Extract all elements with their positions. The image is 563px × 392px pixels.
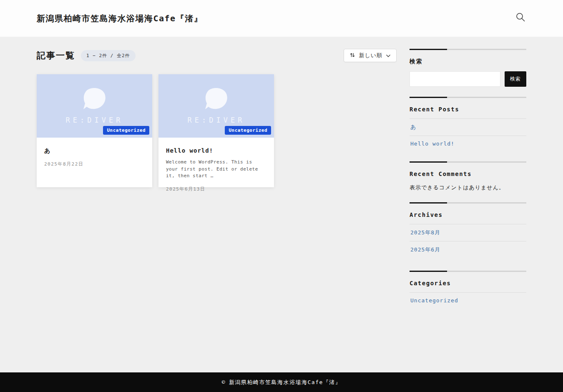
- sidebar: 検索 検索 Recent Posts あ Hello world! Recent: [410, 49, 526, 318]
- widget-divider: [410, 97, 526, 98]
- widget-recent-comments-title: Recent Comments: [410, 171, 526, 177]
- post-card-body: あ 2025年8月22日: [37, 138, 152, 187]
- widget-categories: Categories Uncategorized: [410, 271, 526, 308]
- widget-divider: [410, 49, 526, 50]
- recent-post-link[interactable]: あ: [410, 119, 526, 136]
- search-form: 検索: [410, 71, 526, 87]
- site-footer: © 新潟県柏崎市笠島海水浴場海Cafe『渚』: [0, 372, 563, 392]
- magnifier-icon: [515, 12, 526, 25]
- post-card[interactable]: RE:DIVER Uncategorized Hello world! Welc…: [158, 74, 274, 187]
- site-title[interactable]: 新潟県柏崎市笠島海水浴場海Cafe『渚』: [37, 13, 203, 24]
- post-thumbnail: RE:DIVER Uncategorized: [158, 74, 274, 138]
- archive-link[interactable]: 2025年6月: [410, 241, 526, 258]
- widget-categories-title: Categories: [410, 280, 526, 286]
- post-title: あ: [44, 147, 50, 155]
- post-list-section: 記事一覧 1 − 2件 / 全2件 新しい順: [37, 49, 397, 187]
- list-item: Hello world!: [410, 136, 526, 151]
- post-date: 2025年8月22日: [44, 161, 83, 167]
- widget-archives-title: Archives: [410, 211, 526, 218]
- thumbnail-placeholder-text: RE:DIVER: [66, 116, 123, 124]
- post-card-body: Hello world! Welcome to WordPress. This …: [158, 138, 274, 199]
- post-date: 2025年6月13日: [166, 186, 205, 192]
- list-item: あ: [410, 118, 526, 136]
- result-count-badge: 1 − 2件 / 全2件: [81, 50, 136, 61]
- footer-copyright-text: 新潟県柏崎市笠島海水浴場海Cafe『渚』: [229, 379, 341, 386]
- recent-posts-list: あ Hello world!: [410, 118, 526, 151]
- category-link[interactable]: Uncategorized: [410, 293, 526, 308]
- post-thumbnail: RE:DIVER Uncategorized: [37, 74, 152, 138]
- page-title: 記事一覧: [37, 50, 75, 61]
- sort-arrows-icon: [349, 52, 355, 59]
- widget-divider: [410, 202, 526, 204]
- post-title: Hello world!: [166, 147, 213, 154]
- widget-search-title: 検索: [410, 58, 526, 65]
- list-header: 記事一覧 1 − 2件 / 全2件 新しい順: [37, 49, 397, 62]
- search-submit-button[interactable]: 検索: [505, 71, 526, 87]
- post-card[interactable]: RE:DIVER Uncategorized あ 2025年8月22日: [37, 74, 152, 187]
- widget-archives: Archives 2025年8月 2025年6月: [410, 202, 526, 258]
- sort-order-label: 新しい順: [359, 52, 382, 59]
- widget-recent-posts: Recent Posts あ Hello world!: [410, 97, 526, 151]
- categories-list: Uncategorized: [410, 292, 526, 308]
- sort-order-dropdown[interactable]: 新しい順: [344, 49, 397, 62]
- widget-recent-posts-title: Recent Posts: [410, 106, 526, 113]
- header-search-button[interactable]: [515, 12, 526, 25]
- archives-list: 2025年8月 2025年6月: [410, 224, 526, 258]
- thumbnail-placeholder-text: RE:DIVER: [188, 116, 245, 124]
- site-header: 新潟県柏崎市笠島海水浴場海Cafe『渚』: [0, 0, 563, 37]
- widget-divider: [410, 271, 526, 272]
- widget-recent-comments: Recent Comments 表示できるコメントはありません。: [410, 161, 526, 191]
- post-card-grid: RE:DIVER Uncategorized あ 2025年8月22日: [37, 74, 397, 187]
- list-item: Uncategorized: [410, 292, 526, 308]
- search-input[interactable]: [410, 71, 500, 87]
- widget-search: 検索 検索: [410, 49, 526, 87]
- list-item: 2025年8月: [410, 224, 526, 241]
- chevron-down-icon: [386, 53, 391, 59]
- rediver-logo-icon: [82, 88, 107, 112]
- widget-divider: [410, 161, 526, 163]
- list-item: 2025年6月: [410, 241, 526, 258]
- post-excerpt: Welcome to WordPress. This is your first…: [166, 159, 266, 180]
- page-body: 記事一覧 1 − 2件 / 全2件 新しい順: [0, 37, 563, 372]
- category-badge[interactable]: Uncategorized: [225, 126, 271, 135]
- recent-post-link[interactable]: Hello world!: [410, 136, 526, 151]
- no-comments-message: 表示できるコメントはありません。: [410, 184, 526, 191]
- archive-link[interactable]: 2025年8月: [410, 224, 526, 241]
- rediver-logo-icon: [204, 88, 229, 112]
- copyright-icon: ©: [222, 379, 226, 385]
- category-badge[interactable]: Uncategorized: [103, 126, 149, 135]
